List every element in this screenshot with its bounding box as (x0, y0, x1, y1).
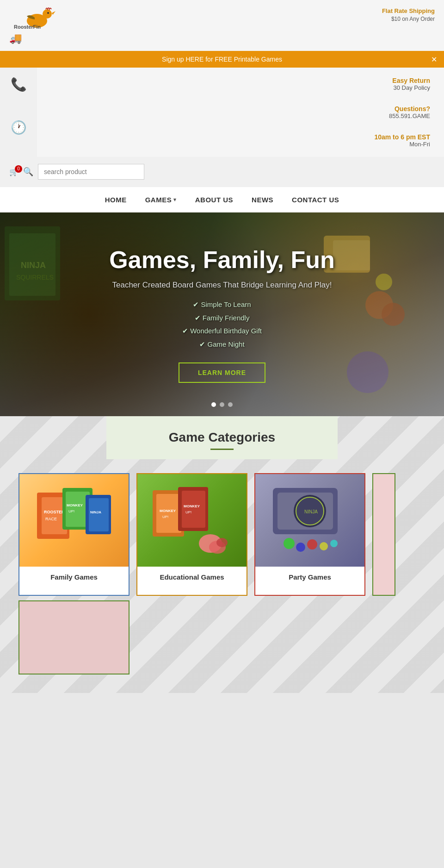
svg-point-12 (382, 303, 405, 326)
left-contact: 📞 🕐 (0, 68, 37, 157)
questions-sub: 855.591.GAME (389, 112, 430, 119)
category-card-family[interactable]: ROOSTER RACE MONKEY UP! NINJA Family Gam… (18, 473, 130, 596)
hero-features: ✔ Simple To Learn ✔ Family Friendly ✔ Wo… (109, 298, 334, 351)
hours-label: 10am to 6 pm EST (374, 133, 430, 141)
cart-icon-wrap[interactable]: 🛒 0 (9, 168, 18, 176)
nav-home[interactable]: HOME (105, 194, 127, 206)
hero-dot-1[interactable] (211, 402, 216, 407)
notification-close-button[interactable]: ✕ (431, 55, 437, 64)
svg-text:NINJA: NINJA (90, 510, 101, 514)
right-info-panel: Easy Return 30 Day Policy Questions? 855… (37, 68, 444, 157)
cart-badge: 0 (15, 165, 22, 173)
nav-about[interactable]: ABOUT US (195, 194, 233, 206)
party-games-image: NINJA (255, 474, 364, 567)
svg-point-44 (307, 539, 317, 550)
categories-underline (210, 449, 234, 450)
hero-dots (211, 402, 233, 407)
games-dropdown-icon: ▾ (173, 197, 177, 203)
nav-news[interactable]: NEWS (252, 194, 273, 206)
notification-bar: Sign up HERE for FREE Printable Games ✕ (0, 51, 444, 68)
hero-feature-3: ✔ Wonderful Birthday Gift (109, 325, 334, 338)
svg-rect-31 (182, 491, 205, 528)
svg-text:MONKEY: MONKEY (67, 503, 83, 507)
return-label: Easy Return (392, 77, 430, 84)
svg-text:UP!: UP! (68, 509, 74, 513)
svg-rect-13 (347, 351, 388, 393)
svg-point-1 (43, 9, 52, 19)
shipping-info: Flat Rate Shipping $10 on Any Order (382, 7, 435, 23)
family-games-image: ROOSTER RACE MONKEY UP! NINJA (19, 474, 129, 567)
svg-point-43 (296, 543, 305, 552)
svg-text:NINJA: NINJA (21, 261, 46, 270)
hero-dot-2[interactable] (220, 402, 224, 407)
category-card-educational[interactable]: MONKEY UP! MONKEY UP! Educational Games (136, 473, 247, 596)
return-sub: 30 Day Policy (392, 84, 430, 91)
categories-section: Game Categories ROOSTER RACE MONKEY UP! (0, 416, 444, 693)
svg-point-14 (376, 274, 392, 290)
top-right-info: Flat Rate Shipping $10 on Any Order (382, 5, 435, 23)
return-info: Easy Return 30 Day Policy (392, 77, 430, 91)
logo[interactable]: RoosterFin (9, 5, 65, 30)
svg-point-36 (216, 538, 228, 547)
hero-overlay: Games, Family, Fun Teacher Created Board… (100, 237, 344, 392)
party-games-label: Party Games (255, 567, 364, 588)
truck-icon: 🚚 (9, 32, 22, 44)
nav-games[interactable]: GAMES ▾ (145, 194, 177, 206)
cards-row: ROOSTER RACE MONKEY UP! NINJA Family Gam… (0, 459, 444, 600)
questions-info: Questions? 855.591.GAME (389, 105, 430, 119)
svg-text:SQUIRRELS: SQUIRRELS (16, 274, 54, 281)
hours-sub: Mon-Fri (374, 141, 430, 148)
svg-point-3 (47, 12, 49, 14)
svg-text:MONKEY: MONKEY (160, 509, 176, 513)
family-games-label: Family Games (19, 567, 129, 588)
hero-title: Games, Family, Fun (109, 246, 334, 274)
hero-cta-button[interactable]: LEARN MORE (179, 362, 265, 383)
hours-info: 10am to 6 pm EST Mon-Fri (374, 133, 430, 148)
party-games-label-text: Party Games (289, 573, 331, 581)
category-card-partial (372, 473, 395, 596)
svg-rect-24 (89, 498, 109, 531)
logo-area: RoosterFin 🚚 (9, 5, 65, 44)
educational-games-label: Educational Games (137, 567, 247, 588)
shipping-label: Flat Rate Shipping (382, 7, 435, 15)
search-area: 🛒 0 🔍 (0, 157, 444, 187)
svg-text:RACE: RACE (45, 517, 57, 521)
svg-point-46 (330, 540, 338, 547)
main-navigation: HOME GAMES ▾ ABOUT US NEWS CONTACT US (0, 187, 444, 212)
shipping-sub: $10 on Any Order (382, 15, 435, 23)
svg-text:MONKEY: MONKEY (184, 504, 200, 508)
svg-text:UP!: UP! (185, 510, 191, 514)
categories-header-box: Game Categories (106, 416, 338, 459)
svg-point-45 (320, 542, 328, 550)
educational-games-label-text: Educational Games (160, 573, 224, 581)
categories-header-wrap: Game Categories (0, 416, 444, 459)
search-input[interactable] (38, 164, 144, 180)
svg-text:RoosterFin: RoosterFin (14, 24, 41, 30)
clock-icon: 🕐 (11, 120, 27, 135)
svg-text:UP!: UP! (162, 515, 168, 519)
notification-text: Sign up HERE for FREE Printable Games (162, 56, 282, 63)
svg-marker-2 (52, 11, 56, 15)
search-icon[interactable]: 🔍 (23, 167, 33, 177)
hero-feature-1: ✔ Simple To Learn (109, 298, 334, 312)
hero-feature-2: ✔ Family Friendly (109, 312, 334, 325)
top-bar: RoosterFin 🚚 Flat Rate Shipping $10 on A… (0, 0, 444, 51)
hero-section: NINJA SQUIRRELS Games, Family, Fun Teach… (0, 212, 444, 416)
below-cards (0, 600, 444, 674)
hero-feature-4: ✔ Game Night (109, 338, 334, 351)
hero-dot-3[interactable] (228, 402, 233, 407)
card-extra-visible (18, 600, 130, 674)
svg-rect-27 (156, 494, 181, 533)
categories-title: Game Categories (143, 430, 301, 445)
family-games-label-text: Family Games (50, 573, 98, 581)
nav-contact[interactable]: CONTACT US (292, 194, 339, 206)
mid-section: 📞 🕐 Easy Return 30 Day Policy Questions?… (0, 68, 444, 157)
category-card-party[interactable]: NINJA Party Games (254, 473, 365, 596)
svg-text:NINJA: NINJA (304, 509, 318, 514)
educational-games-image: MONKEY UP! MONKEY UP! (137, 474, 247, 567)
hero-subtitle: Teacher Created Board Games That Bridge … (109, 281, 334, 290)
svg-text:ROOSTER: ROOSTER (44, 510, 65, 514)
svg-point-42 (284, 538, 295, 549)
questions-label: Questions? (389, 105, 430, 112)
phone-icon: 📞 (11, 77, 27, 92)
